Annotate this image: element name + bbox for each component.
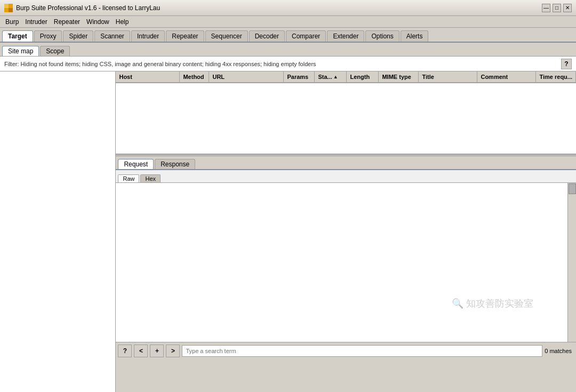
title-text: Burp Suite Professional v1.6 - licensed … (16, 4, 160, 12)
app-icon (4, 4, 13, 12)
main-tab-proxy[interactable]: Proxy (34, 30, 62, 42)
filter-text[interactable]: Filter: Hiding not found items; hiding C… (4, 61, 316, 67)
column-header-method[interactable]: Method (180, 71, 209, 82)
main-tab-spider[interactable]: Spider (63, 30, 93, 42)
column-header-length[interactable]: Length (347, 71, 379, 82)
main-tab-decoder[interactable]: Decoder (249, 30, 285, 42)
svg-rect-3 (9, 8, 13, 12)
table-area: HostMethodURLParamsSta... ▲LengthMIME ty… (116, 71, 576, 154)
menu-item-help[interactable]: Help (113, 17, 132, 27)
minimize-button[interactable]: — (542, 4, 550, 12)
menu-bar: BurpIntruderRepeaterWindowHelp (0, 16, 576, 28)
filter-help-button[interactable]: ? (561, 59, 572, 69)
main-tab-comparer[interactable]: Comparer (286, 30, 326, 42)
column-header-status[interactable]: Sta... ▲ (315, 71, 347, 82)
tab-request[interactable]: Request (118, 159, 154, 169)
search-input[interactable] (182, 345, 542, 357)
format-tab-raw[interactable]: Raw (118, 174, 139, 182)
main-tab-alerts[interactable]: Alerts (401, 30, 429, 42)
svg-rect-1 (9, 4, 13, 8)
window-controls: — □ ✕ (542, 4, 572, 12)
main-tab-extender[interactable]: Extender (327, 30, 364, 42)
table-horizontal-scrollbar[interactable]: ◀ ▶ (116, 154, 576, 154)
column-header-host[interactable]: Host (116, 71, 180, 82)
column-header-comment[interactable]: Comment (477, 71, 536, 82)
main-tab-intruder[interactable]: Intruder (131, 30, 165, 42)
format-tab-hex[interactable]: Hex (140, 174, 161, 182)
next-button[interactable]: > (166, 345, 180, 357)
table-body[interactable] (116, 83, 576, 154)
match-count: 0 matches (545, 348, 574, 354)
vertical-scrollbar[interactable] (567, 183, 576, 342)
column-header-title[interactable]: Title (419, 71, 477, 82)
sub-tabs: Site mapScope (0, 43, 576, 57)
svg-rect-2 (4, 4, 9, 8)
watermark: 🔍 知攻善防实验室 (452, 297, 533, 310)
scrollbar-thumb[interactable] (569, 183, 576, 194)
column-header-url[interactable]: URL (209, 71, 284, 82)
add-button[interactable]: + (150, 345, 164, 357)
main-tabs: TargetProxySpiderScannerIntruderRepeater… (0, 28, 576, 43)
help-button[interactable]: ? (118, 345, 132, 357)
sub-tab-scope[interactable]: Scope (40, 46, 70, 56)
main-content: HostMethodURLParamsSta... ▲LengthMIME ty… (0, 71, 576, 392)
menu-item-intruder[interactable]: Intruder (22, 17, 50, 27)
close-button[interactable]: ✕ (563, 4, 572, 12)
format-tabs: RawHex (116, 170, 576, 183)
request-response-tabs: RequestResponse (116, 156, 576, 170)
main-tab-options[interactable]: Options (365, 30, 399, 42)
main-tab-scanner[interactable]: Scanner (94, 30, 130, 42)
bottom-section: RequestResponse RawHex 🔍 知攻善防实验室 ? < + >… (116, 156, 576, 359)
filter-bar: Filter: Hiding not found items; hiding C… (0, 57, 576, 71)
column-header-time[interactable]: Time requ... (536, 71, 576, 82)
right-panel: HostMethodURLParamsSta... ▲LengthMIME ty… (116, 71, 576, 392)
main-tab-target[interactable]: Target (2, 30, 33, 42)
main-tab-repeater[interactable]: Repeater (166, 30, 204, 42)
main-tab-sequencer[interactable]: Sequencer (205, 30, 248, 42)
table-header: HostMethodURLParamsSta... ▲LengthMIME ty… (116, 71, 576, 83)
menu-item-repeater[interactable]: Repeater (51, 17, 83, 27)
maximize-button[interactable]: □ (553, 4, 561, 12)
svg-rect-0 (4, 8, 9, 12)
sub-tab-site-map[interactable]: Site map (2, 46, 39, 56)
title-bar: Burp Suite Professional v1.6 - licensed … (0, 0, 576, 16)
back-button[interactable]: < (134, 345, 148, 357)
site-tree-panel[interactable] (0, 71, 116, 392)
content-editor[interactable]: 🔍 知攻善防实验室 (116, 183, 576, 342)
menu-item-window[interactable]: Window (83, 17, 113, 27)
column-header-params[interactable]: Params (284, 71, 315, 82)
tab-response[interactable]: Response (155, 159, 195, 169)
menu-item-burp[interactable]: Burp (2, 17, 22, 27)
bottom-toolbar: ? < + > 0 matches (116, 342, 576, 359)
column-header-mime[interactable]: MIME type (379, 71, 419, 82)
